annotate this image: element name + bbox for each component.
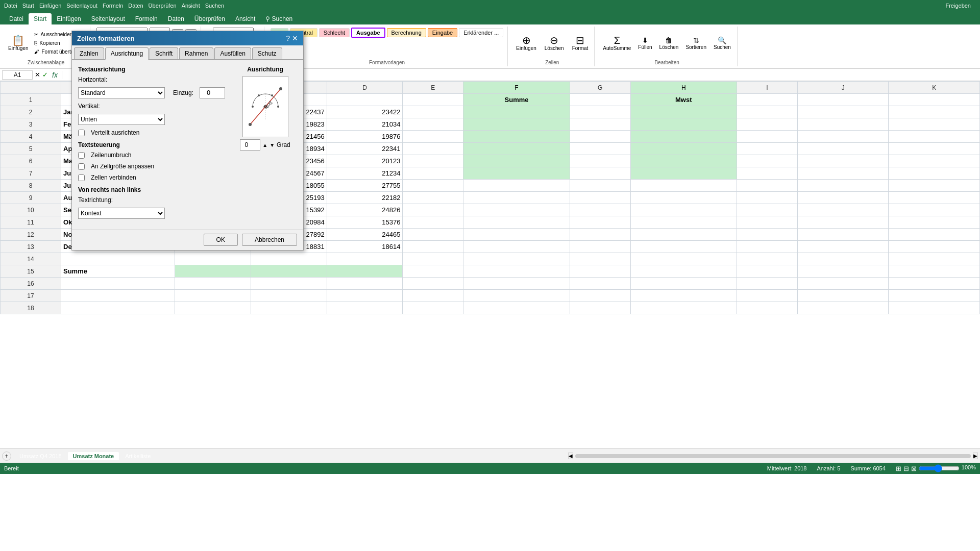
svg-point-6 <box>258 94 260 96</box>
dialog-tab-schrift[interactable]: Schrift <box>150 47 178 59</box>
svg-point-8 <box>277 106 279 108</box>
zeilenumbruch-checkbox[interactable] <box>78 152 85 159</box>
dialog-tab-schutz[interactable]: Schutz <box>252 47 282 59</box>
format-cells-dialog: Zellen formatieren ? ✕ Zahlen Ausrichtun… <box>71 31 304 251</box>
dialog-tab-rahmen[interactable]: Rahmen <box>179 47 213 59</box>
horizontal-label: Horizontal: <box>78 76 114 83</box>
von-rechts-title: Von rechts nach links <box>78 186 225 193</box>
verbinden-checkbox[interactable] <box>78 174 85 181</box>
abbrechen-button[interactable]: Abbrechen <box>242 234 297 246</box>
vertikal-label: Vertikal: <box>78 103 114 110</box>
textsteuerung-title: Textsteuerung <box>78 141 225 148</box>
verbinden-label: Zellen verbinden <box>91 174 136 181</box>
dialog-title: Zellen formatieren <box>77 35 135 42</box>
ausrichtung-title: Ausrichtung <box>247 66 283 73</box>
degree-input[interactable] <box>240 139 260 151</box>
svg-point-7 <box>271 94 273 96</box>
dialog-tab-zahlen[interactable]: Zahlen <box>74 47 104 59</box>
textrichtung-select[interactable]: Kontext Links-nach-rechts Rechts-nach-li… <box>78 208 165 219</box>
dialog-close-button[interactable]: ✕ <box>292 34 298 42</box>
textrichtung-label: Textrichtung: <box>78 196 114 204</box>
ok-button[interactable]: OK <box>204 234 238 246</box>
grad-label: Grad <box>277 141 290 148</box>
svg-point-5 <box>252 106 254 108</box>
anpassen-checkbox[interactable] <box>78 163 85 170</box>
anpassen-label: An Zellgröße anpassen <box>91 163 154 170</box>
dialog-tabs: Zahlen Ausrichtung Schrift Rahmen Ausfül… <box>72 45 303 60</box>
einzug-input[interactable] <box>200 87 225 98</box>
verteilt-checkbox[interactable] <box>78 130 85 136</box>
grad-up-icon[interactable]: ▲ <box>262 142 267 148</box>
orientation-svg: Text <box>245 79 286 135</box>
dialog-title-bar: Zellen formatieren ? ✕ <box>72 31 303 45</box>
dialog-body: Textausrichtung Horizontal: Standard Lin… <box>72 60 303 229</box>
textausrichtung-title: Textausrichtung <box>78 66 225 73</box>
dialog-help-button[interactable]: ? <box>286 34 290 42</box>
vertikal-select[interactable]: Oben Zentriert Unten Blocksatz Verteilt <box>78 114 165 125</box>
dialog-left-col: Textausrichtung Horizontal: Standard Lin… <box>78 66 225 223</box>
horizontal-select[interactable]: Standard Links (Einzug) Zentriert Rechts… <box>78 87 165 98</box>
dialog-tab-ausfullen[interactable]: Ausfüllen <box>214 47 251 59</box>
degree-row: ▲ ▼ Grad <box>240 139 290 151</box>
einzug-label: Einzug: <box>173 89 193 96</box>
dialog-overlay: Zellen formatieren ? ✕ Zahlen Ausrichtun… <box>0 0 980 551</box>
svg-point-3 <box>279 87 282 90</box>
svg-point-2 <box>249 123 252 126</box>
grad-down-icon[interactable]: ▼ <box>270 142 275 148</box>
verteilt-label: Verteilt ausrichten <box>91 129 139 136</box>
dialog-footer: OK Abbrechen <box>72 229 303 250</box>
dialog-tab-ausrichtung[interactable]: Ausrichtung <box>105 47 149 60</box>
orientation-widget[interactable]: Text <box>242 76 288 137</box>
zeilenumbruch-label: Zeilenumbruch <box>91 152 131 159</box>
dialog-main-content: Textausrichtung Horizontal: Standard Lin… <box>78 66 297 223</box>
dialog-right-col: Ausrichtung Text <box>233 66 297 223</box>
